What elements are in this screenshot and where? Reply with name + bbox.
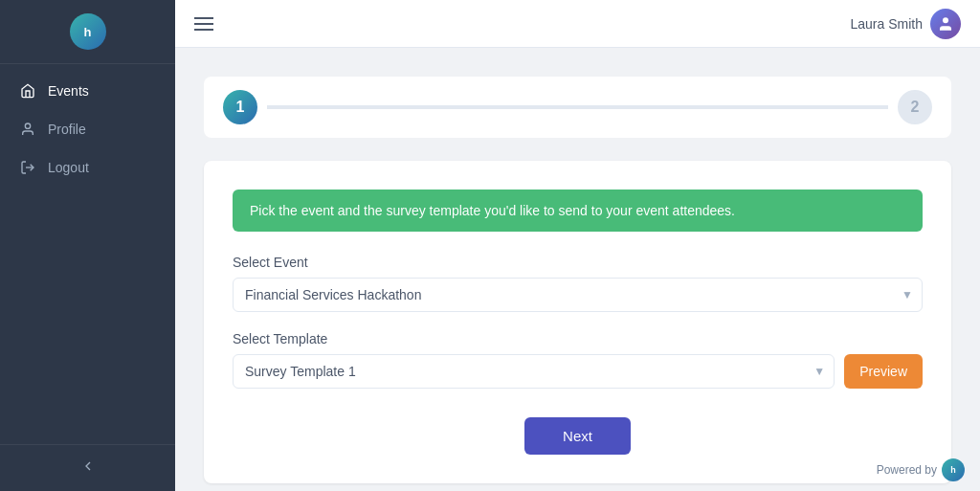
sidebar-nav: Events Profile Logout <box>0 64 175 444</box>
template-form-group: Select Template Survey Template 1 ▼ Prev… <box>233 331 923 389</box>
template-label: Select Template <box>233 331 923 346</box>
sidebar-item-profile[interactable]: Profile <box>0 110 175 148</box>
logout-icon <box>19 159 36 176</box>
sidebar: h Events Profile <box>0 0 175 491</box>
home-icon <box>19 82 36 100</box>
sidebar-logo: h <box>0 0 175 64</box>
chevron-left-icon <box>80 458 96 478</box>
next-button[interactable]: Next <box>524 417 631 455</box>
template-select-wrapper: Survey Template 1 ▼ <box>233 354 835 389</box>
hamburger-icon[interactable] <box>194 17 213 31</box>
info-banner: Pick the event and the survey template y… <box>233 190 923 232</box>
svg-point-2 <box>943 17 948 23</box>
logo-icon: h <box>70 13 106 50</box>
sidebar-item-logout-label: Logout <box>48 160 89 175</box>
sidebar-item-events[interactable]: Events <box>0 72 175 110</box>
sidebar-item-events-label: Events <box>48 83 89 99</box>
event-select-wrapper: Financial Services Hackathon ▼ <box>233 278 923 312</box>
template-select[interactable]: Survey Template 1 <box>233 354 835 389</box>
user-name-label: Laura Smith <box>851 16 923 32</box>
powered-by-logo: h <box>942 458 965 481</box>
event-label: Select Event <box>233 255 923 270</box>
step-1-circle: 1 <box>223 90 257 124</box>
info-message: Pick the event and the survey template y… <box>250 203 735 218</box>
form-card: Pick the event and the survey template y… <box>204 161 951 483</box>
topbar-left <box>194 17 213 31</box>
sidebar-collapse-button[interactable] <box>0 444 175 491</box>
powered-by: Powered by h <box>877 458 965 481</box>
event-select[interactable]: Financial Services Hackathon <box>233 278 923 312</box>
topbar-user[interactable]: Laura Smith <box>851 9 961 39</box>
avatar <box>930 9 961 39</box>
content-area: 1 2 Pick the event and the survey templa… <box>175 48 980 491</box>
step-2-circle: 2 <box>898 90 932 124</box>
sidebar-item-profile-label: Profile <box>48 122 86 137</box>
template-row: Survey Template 1 ▼ Preview <box>233 354 923 389</box>
form-footer: Next <box>233 417 923 455</box>
event-form-group: Select Event Financial Services Hackatho… <box>233 255 923 312</box>
stepper: 1 2 <box>204 77 951 138</box>
sidebar-item-logout[interactable]: Logout <box>0 148 175 187</box>
user-icon <box>19 121 36 138</box>
powered-by-text: Powered by <box>877 463 937 477</box>
topbar: Laura Smith <box>175 0 980 48</box>
main-content: Laura Smith 1 2 Pick the event and the s… <box>175 0 980 491</box>
preview-button[interactable]: Preview <box>844 354 923 389</box>
svg-point-0 <box>25 123 30 128</box>
step-line <box>267 105 888 109</box>
